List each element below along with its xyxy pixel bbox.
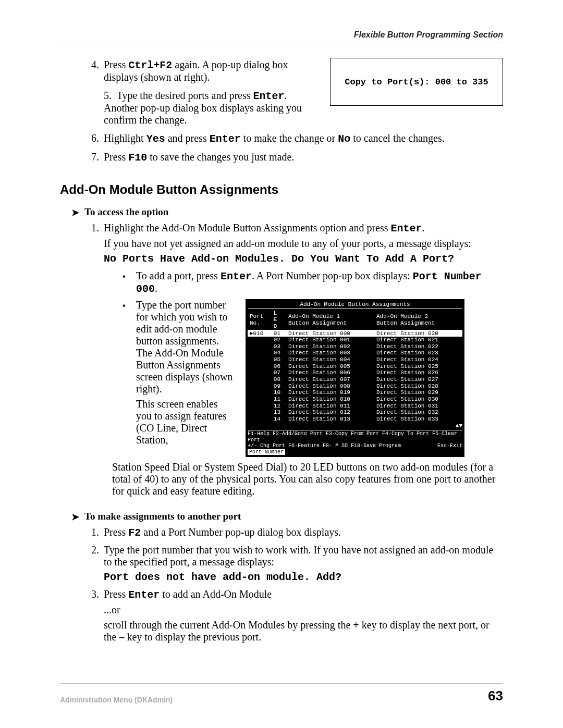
s7a: Press (104, 151, 128, 163)
key-f10: F10 (128, 152, 147, 164)
p2s1a: Press (104, 526, 128, 538)
arrow-icon: ➤ (71, 208, 79, 217)
copy-popup-box: Copy to Port(s): 000 to 335 (330, 58, 503, 106)
key-no: No (338, 133, 350, 145)
copy-popup-text: Copy to Port(s): 000 to 335 (345, 77, 488, 87)
key-minus: – (119, 631, 124, 643)
p2s3c3: key to display the previous port. (124, 631, 261, 643)
key-enter-5: Enter (128, 589, 160, 601)
b2a: Type the port number for which you wish … (136, 299, 235, 395)
key-f2: F2 (128, 527, 141, 539)
after-figure-text: Station Speed Dial or System Speed Dial)… (112, 461, 503, 497)
p1b: . (422, 222, 425, 233)
step4-text-a: Press (104, 59, 128, 70)
table-row: 13Direct Station 012Direct Station 032 (248, 409, 462, 416)
step-7: Press F10 to save the changes you just m… (102, 151, 503, 164)
p2s2: Type the port number that you wish to wo… (104, 544, 493, 567)
proc1-step1: Highlight the Add-On Module Button Assig… (102, 222, 503, 265)
procedure-2-heading: ➤ To make assignments to another port (71, 511, 503, 522)
p2s3or: ...or (104, 604, 503, 616)
bullet-type-port: Type the port number for which you wish … (123, 299, 503, 457)
page-number: 63 (488, 688, 503, 704)
table-row: 05Direct Station 004Direct Station 024 (248, 356, 462, 363)
key-ctrl-f2: Ctrl+F2 (128, 59, 172, 71)
p2s3a: Press (104, 588, 128, 600)
s6d: to cancel the changes. (350, 132, 444, 144)
table-row: ►01001Direct Station 000Direct Station 0… (248, 330, 462, 337)
hdr-m2b: Button Assignment (376, 320, 435, 326)
table-row: 02Direct Station 001Direct Station 021 (248, 337, 462, 343)
table-row: 10Direct Station 019Direct Station 029 (248, 389, 462, 396)
proc2-step3: Press Enter to add an Add-On Module ...o… (102, 588, 503, 643)
foot-esc: Esc-Exit (437, 443, 462, 449)
key-enter-2: Enter (210, 133, 241, 145)
table-row: 09Direct Station 008Direct Station 028 (248, 383, 462, 390)
b1a: To add a port, press (136, 270, 221, 281)
table-row: 07Direct Station 006Direct Station 026 (248, 369, 462, 376)
s6c: to make the change or (241, 132, 338, 144)
section-heading: Add-On Module Button Assignments (60, 182, 503, 197)
step-4: Press Ctrl+F2 again. A pop-up dialog box… (102, 59, 503, 126)
hdr-m1a: Add-On Module 1 (288, 313, 340, 319)
p2-code: No Ports Have Add-on Modules. Do You Wan… (104, 253, 503, 265)
proc2-title: To make assignments to another port (84, 511, 241, 522)
arrow-icon-2: ➤ (71, 512, 79, 522)
hdr-port: PortNo. (248, 310, 272, 330)
table-row: 12Direct Station 011Direct Station 031 (248, 403, 462, 410)
key-yes: Yes (146, 133, 165, 145)
footer-left: Administration Menu (DKAdmin) (60, 696, 173, 704)
proc2-code: Port does not have add-on module. Add? (104, 571, 503, 583)
hdr-m2a: Add-On Module 2 (376, 313, 428, 319)
terminal-screenshot: Add-On Module Button Assignments PortNo.… (246, 299, 464, 457)
proc1-title: To access the option (84, 206, 168, 218)
foot2: +/- Chg Port F6-Feature F8- # SD F10-Sav… (248, 443, 401, 449)
b1b: . A Port Number pop-up box displays: (252, 270, 413, 281)
s7b: to save the changes you just made. (147, 151, 294, 163)
table-row: 11Direct Station 010Direct Station 030 (248, 396, 462, 403)
proc2-step2: Type the port number that you wish to wo… (102, 544, 503, 583)
p1a: Highlight the Add-On Module Button Assig… (104, 222, 391, 233)
step5-text-a: Type the desired ports and press (117, 90, 253, 101)
hdr-m1b: Button Assignment (288, 320, 347, 326)
table-row: 06Direct Station 005Direct Station 025 (248, 363, 462, 370)
running-header: Flexible Button Programming Section (60, 30, 503, 40)
key-enter-3: Enter (391, 223, 422, 235)
p2-text: If you have not yet assigned an add-on m… (104, 238, 503, 250)
s6b: and press (165, 132, 210, 144)
key-enter-4: Enter (221, 270, 252, 282)
p2s1b: and a Port Number pop-up dialog box disp… (141, 526, 341, 538)
p2s3b: to add an Add-On Module (160, 588, 272, 600)
s6a: Highlight (104, 132, 146, 144)
table-row: 04Direct Station 003Direct Station 023 (248, 350, 462, 356)
procedure-1-heading: ➤ To access the option (71, 206, 503, 218)
table-row: 03Direct Station 002Direct Station 022 (248, 343, 462, 350)
table-row: 08Direct Station 007Direct Station 027 (248, 376, 462, 383)
b1dot: . (155, 282, 157, 294)
foot1: F1-Help F2-Add/Goto Port F3-Copy From Po… (248, 431, 462, 443)
p2s3c1: scroll through the current Add-On Module… (104, 619, 353, 631)
step-5-inline: 5. Type the desired ports and press Ente… (104, 90, 320, 126)
proc2-step1: Press F2 and a Port Number pop-up dialog… (102, 526, 503, 539)
key-plus: + (353, 619, 359, 631)
header-rule (60, 43, 503, 43)
table-row: 14Direct Station 013Direct Station 033 (248, 416, 462, 423)
step-6: Highlight Yes and press Enter to make th… (102, 132, 503, 145)
bullet-add-port: To add a port, press Enter. A Port Numbe… (123, 270, 503, 295)
foot3: Port Number (248, 449, 285, 455)
b2b: This screen enables you to assign featur… (136, 398, 235, 446)
terminal-title: Add-On Module Button Assignments (248, 301, 462, 309)
key-enter-1: Enter (253, 90, 285, 102)
page-footer: Administration Menu (DKAdmin) 63 (60, 683, 503, 704)
hdr-led: LED (272, 310, 286, 330)
